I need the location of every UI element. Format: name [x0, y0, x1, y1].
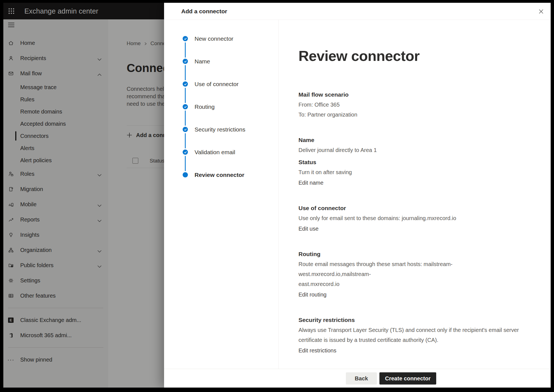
step-check-icon	[183, 149, 188, 155]
review-heading: Review connector	[298, 48, 534, 64]
section-line: To: Partner organization	[298, 110, 523, 120]
edit-routing-link[interactable]: Edit routing	[298, 290, 326, 300]
app-window: Exchange admin center Home Recipients Ma…	[3, 3, 551, 388]
section-title: Routing	[298, 249, 523, 259]
step-name[interactable]: Name	[183, 59, 278, 81]
panel-title: Add a connector	[181, 8, 227, 15]
step-security-restrictions[interactable]: Security restrictions	[183, 127, 278, 149]
section-line: east.mxrecord.io	[298, 279, 523, 289]
back-button[interactable]: Back	[346, 372, 377, 385]
step-new-connector[interactable]: New connector	[183, 36, 278, 59]
panel-body: New connector Name Use of connector Rout…	[164, 20, 551, 369]
screenshot-frame: Exchange admin center Home Recipients Ma…	[0, 0, 554, 392]
edit-restrictions-link[interactable]: Edit restrictions	[298, 345, 336, 355]
step-validation-email[interactable]: Validation email	[183, 149, 278, 172]
close-icon[interactable]	[537, 8, 545, 15]
step-routing[interactable]: Routing	[183, 104, 278, 127]
edit-name-link[interactable]: Edit name	[298, 178, 323, 188]
step-check-icon	[183, 127, 188, 132]
review-group-mail-flow-scenario: Mail flow scenario From: Office 365 To: …	[298, 90, 523, 120]
review-group-security-restrictions: Security restrictions Always use Transpo…	[298, 315, 523, 355]
review-pane: Review connector Mail flow scenario From…	[279, 20, 551, 369]
wizard-stepper: New connector Name Use of connector Rout…	[164, 20, 279, 369]
section-line: Deliver journal directly to Area 1	[298, 145, 523, 155]
add-connector-panel: Add a connector New connector Name Use o…	[164, 3, 551, 388]
section-title: Security restrictions	[298, 315, 523, 325]
section-line: Route email messages through these smart…	[298, 259, 523, 279]
review-group-use-of-connector: Use of connector Use only for email sent…	[298, 203, 523, 234]
create-connector-button[interactable]: Create connector	[379, 372, 436, 385]
panel-footer: Back Create connector	[164, 369, 551, 388]
review-group-name-status: Name Deliver journal directly to Area 1 …	[298, 135, 523, 188]
step-check-icon	[183, 104, 188, 109]
section-line: Always use Transport Layer Security (TLS…	[298, 325, 523, 335]
section-title: Status	[298, 157, 523, 167]
step-check-icon	[183, 81, 188, 87]
step-check-icon	[183, 36, 188, 41]
section-title: Name	[298, 135, 523, 145]
section-line: From: Office 365	[298, 100, 523, 110]
step-use-of-connector[interactable]: Use of connector	[183, 81, 278, 104]
review-group-routing: Routing Route email messages through the…	[298, 249, 523, 300]
step-check-icon	[183, 59, 188, 64]
section-title: Use of connector	[298, 203, 523, 213]
panel-header: Add a connector	[164, 3, 551, 20]
section-title: Mail flow scenario	[298, 90, 523, 100]
section-line: Use only for email sent to these domains…	[298, 213, 523, 223]
section-line: Turn it on after saving	[298, 167, 523, 177]
section-line: certificate is issued by a trusted certi…	[298, 335, 523, 345]
edit-use-link[interactable]: Edit use	[298, 224, 318, 234]
step-current-dot	[183, 172, 188, 177]
step-review-connector[interactable]: Review connector	[183, 172, 278, 177]
